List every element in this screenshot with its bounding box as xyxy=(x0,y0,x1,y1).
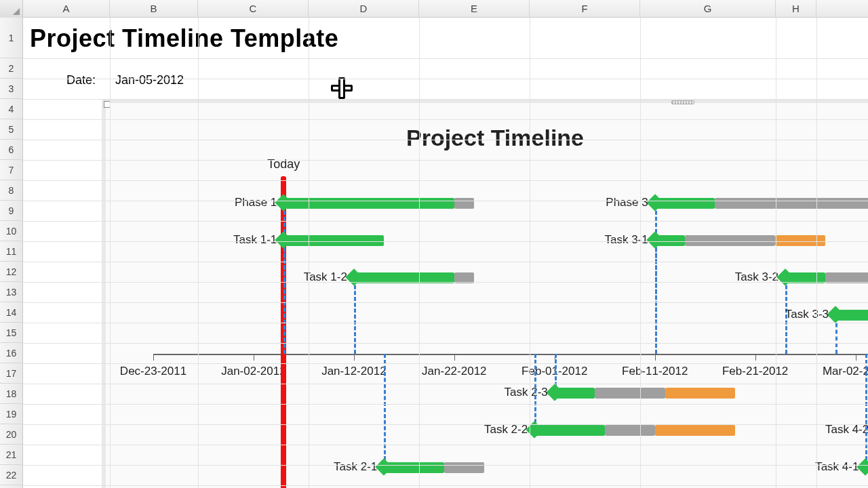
axis-tick-label: Dec-23-2011 xyxy=(120,365,186,378)
row-header-10[interactable]: 10 xyxy=(0,221,22,241)
task-label: Phase 3 xyxy=(606,196,654,209)
gantt-bar[interactable] xyxy=(605,425,655,436)
row-header-5[interactable]: 5 xyxy=(0,119,22,140)
gantt-bar[interactable] xyxy=(454,198,475,209)
row-header-16[interactable]: 16 xyxy=(0,343,22,363)
column-header-E[interactable]: E xyxy=(419,0,530,18)
task-label: Task 3-1 xyxy=(604,233,654,247)
chart-title: Project Timeline xyxy=(106,125,868,151)
axis-tick-label: Jan-22-2012 xyxy=(422,365,486,378)
gantt-bar[interactable] xyxy=(665,388,736,399)
gantt-bar[interactable] xyxy=(534,425,605,436)
gantt-bar[interactable] xyxy=(685,235,775,246)
spreadsheet-viewport[interactable]: ABCDEFGH 1234567891011121314151617181920… xyxy=(0,0,868,488)
move-handle-icon[interactable] xyxy=(671,100,694,104)
row-header-2[interactable]: 2 xyxy=(0,58,22,79)
task-label: Task 2-2 xyxy=(484,423,534,436)
row-header-21[interactable]: 21 xyxy=(0,445,22,465)
gantt-bar[interactable] xyxy=(595,388,665,399)
row-header-column: 12345678910111213141516171819202122 xyxy=(0,18,23,488)
row-header-11[interactable]: 11 xyxy=(0,241,22,262)
column-header-F[interactable]: F xyxy=(530,0,640,18)
row-header-6[interactable]: 6 xyxy=(0,140,22,160)
row-header-1[interactable]: 1 xyxy=(0,18,22,58)
gantt-bar[interactable] xyxy=(283,235,384,246)
column-header-row: ABCDEFGH xyxy=(0,0,868,18)
row-header-9[interactable]: 9 xyxy=(0,201,22,221)
column-header-G[interactable]: G xyxy=(640,0,776,18)
row-header-3[interactable]: 3 xyxy=(0,79,22,99)
task-label: Task 2-1 xyxy=(334,460,384,474)
row-header-13[interactable]: 13 xyxy=(0,282,22,302)
date-label: Date: xyxy=(66,73,96,87)
column-header-H[interactable]: H xyxy=(776,0,816,18)
gantt-bar[interactable] xyxy=(835,310,868,321)
column-header-B[interactable]: B xyxy=(110,0,198,18)
row-header-7[interactable]: 7 xyxy=(0,160,22,180)
select-all-corner[interactable] xyxy=(0,0,23,18)
row-header-12[interactable]: 12 xyxy=(0,262,22,282)
gantt-bar[interactable] xyxy=(655,198,715,209)
gantt-bar[interactable] xyxy=(715,198,868,209)
axis-tick-label: Mar-02-2012 xyxy=(823,365,868,378)
column-header-C[interactable]: C xyxy=(198,0,309,18)
row-header-22[interactable]: 22 xyxy=(0,465,22,485)
gantt-bar[interactable] xyxy=(555,388,595,399)
gantt-bar[interactable] xyxy=(655,235,685,246)
task-label: Task 4-2 xyxy=(825,423,868,436)
grid-area[interactable]: Project Timeline Template Date: Jan-05-2… xyxy=(23,18,868,488)
row-header-14[interactable]: 14 xyxy=(0,302,22,323)
task-label: Task 4-1 xyxy=(815,460,865,474)
gantt-bar[interactable] xyxy=(655,425,735,436)
column-header-A[interactable]: A xyxy=(23,0,110,18)
gantt-bar[interactable] xyxy=(384,462,444,473)
date-value[interactable]: Jan-05-2012 xyxy=(115,73,184,87)
task-label: Task 1-1 xyxy=(233,233,283,247)
gantt-bar[interactable] xyxy=(283,198,454,209)
chart-object[interactable]: Project Timeline Dec-23-2011Jan-02-2012J… xyxy=(102,99,868,488)
axis-tick-label: Jan-12-2012 xyxy=(321,365,386,378)
gantt-bar[interactable] xyxy=(865,462,868,473)
axis-tick-label: Feb-11-2012 xyxy=(622,365,688,378)
task-label: Task 3-3 xyxy=(785,308,835,321)
page-title: Project Timeline Template xyxy=(30,24,338,53)
row-header-20[interactable]: 20 xyxy=(0,424,22,445)
x-axis xyxy=(153,354,868,355)
row-header-18[interactable]: 18 xyxy=(0,384,22,404)
column-header-D[interactable]: D xyxy=(309,0,419,18)
cell-cursor-icon xyxy=(330,76,354,100)
gantt-bar[interactable] xyxy=(775,235,825,246)
row-header-19[interactable]: 19 xyxy=(0,404,22,424)
row-header-15[interactable]: 15 xyxy=(0,323,22,343)
row-header-17[interactable]: 17 xyxy=(0,363,22,384)
row-header-8[interactable]: 8 xyxy=(0,180,22,201)
axis-tick-label: Feb-21-2012 xyxy=(722,365,788,378)
axis-tick-label: Jan-02-2012 xyxy=(221,365,285,378)
gantt-bar[interactable] xyxy=(444,462,484,473)
row-header-4[interactable]: 4 xyxy=(0,99,22,119)
task-label: Phase 1 xyxy=(235,196,283,209)
